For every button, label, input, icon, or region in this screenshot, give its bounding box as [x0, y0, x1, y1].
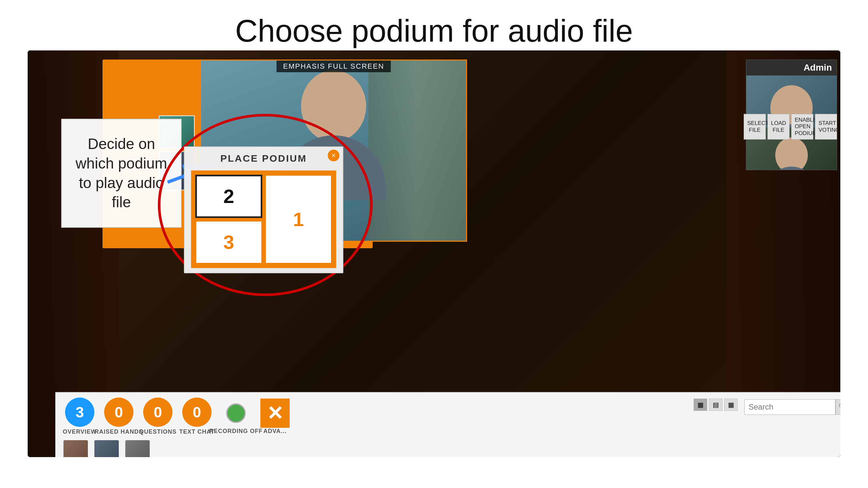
advanced-button[interactable]: ✕ ADVA... — [257, 398, 293, 435]
emphasis-label: EMPHASIS FULL SCREEN — [277, 61, 391, 72]
load-file-button[interactable]: LOAD FILE — [768, 114, 789, 139]
avatar-2[interactable] — [94, 440, 119, 457]
grid-view-buttons: ▦ ▤ ▦ — [693, 398, 738, 411]
podium-cell-1[interactable]: 1 — [265, 175, 332, 264]
page-title: Choose podium for audio file — [0, 0, 868, 59]
enable-open-podium-button[interactable]: ENABLE OPEN PODIUM — [791, 114, 813, 139]
questions-label: QUESTIONS — [139, 428, 177, 435]
close-dialog-button[interactable]: × — [328, 150, 339, 161]
annotation-box: Decide on which podium to play audio fil… — [61, 119, 182, 228]
toolbar-row: SELECT FILE LOAD FILE ENABLE OPEN PODIUM… — [744, 114, 837, 139]
place-podium-dialog: PLACE PODIUM × 2 1 3 — [184, 147, 343, 273]
grid-view-2-button[interactable]: ▤ — [709, 398, 722, 411]
recording-label: RECORDING OFF — [209, 428, 262, 435]
x-button[interactable]: ✕ — [260, 398, 290, 428]
podium-grid: 2 1 3 — [191, 170, 336, 268]
search-area: 🔍 — [744, 399, 840, 415]
recording-indicator — [221, 398, 251, 428]
grid-view-1-button[interactable]: ▦ — [693, 398, 707, 411]
overview-button[interactable]: 3 OVERVIEW — [62, 397, 98, 435]
bottom-bar: 3 OVERVIEW 0 RAISED HANDS 0 QUESTIONS 0 … — [55, 392, 840, 457]
search-input[interactable] — [744, 399, 835, 415]
podium-cell-3[interactable]: 3 — [195, 221, 262, 264]
recording-button[interactable]: RECORDING OFF — [218, 398, 254, 435]
avatar-1[interactable] — [63, 440, 88, 457]
search-button[interactable]: 🔍 — [835, 399, 840, 415]
overview-label: OVERVIEW — [63, 428, 97, 435]
avatars-row — [55, 435, 840, 457]
text-chat-count: 0 — [182, 397, 212, 427]
avatar-3[interactable] — [125, 440, 150, 457]
admin-secondary-person — [766, 137, 817, 170]
raised-hands-count: 0 — [104, 397, 133, 427]
raised-hands-label: RAISED HANDS — [95, 428, 143, 435]
podium-cell-2[interactable]: 2 — [195, 175, 262, 218]
overview-count: 3 — [65, 397, 94, 427]
grid-view-3-button[interactable]: ▦ — [724, 398, 738, 411]
raised-hands-button[interactable]: 0 RAISED HANDS — [101, 397, 137, 435]
advanced-label: ADVA... — [263, 428, 287, 435]
admin-title: Admin — [746, 60, 837, 75]
annotation-text: Decide on which podium to play audio fil… — [62, 128, 181, 219]
select-file-button[interactable]: SELECT FILE — [744, 114, 766, 139]
start-voting-button[interactable]: START VOTING — [815, 114, 837, 139]
questions-button[interactable]: 0 QUESTIONS — [140, 397, 176, 435]
questions-count: 0 — [143, 397, 173, 427]
place-podium-title: PLACE PODIUM — [185, 147, 343, 167]
recording-dot — [226, 403, 246, 423]
main-content: EMPHASIS FULL SCREEN Decide on which pod… — [28, 51, 840, 457]
